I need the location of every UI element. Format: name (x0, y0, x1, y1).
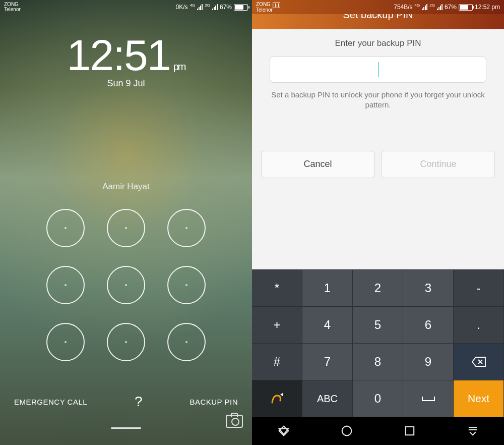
emergency-call-button[interactable]: EMERGENCY CALL (14, 398, 87, 406)
key-1[interactable]: 1 (302, 269, 353, 306)
key-asterisk[interactable]: * (252, 269, 302, 306)
pattern-node[interactable] (167, 266, 206, 304)
lockscreen-clock: 12:51 pm Sun 9 Jul (0, 30, 252, 89)
cancel-button[interactable]: Cancel (261, 151, 374, 178)
pattern-node[interactable] (167, 323, 206, 361)
key-6[interactable]: 6 (403, 306, 454, 343)
status-bar-right: ZONG Telenor 754B/s 4G 2G 67% 12:52 pm (252, 0, 504, 14)
numeric-keypad: * 1 2 3 - + 4 5 6 . # 7 8 9 ABC 0 Next (252, 269, 504, 417)
camera-icon[interactable] (226, 415, 243, 428)
key-period[interactable]: . (454, 306, 504, 343)
carrier-labels: ZONG Telenor (4, 2, 21, 12)
home-indicator[interactable] (111, 427, 141, 429)
network-2-label: 2G (429, 3, 435, 8)
key-3[interactable]: 3 (403, 269, 454, 306)
navigation-bar (252, 417, 504, 445)
pattern-node[interactable] (107, 209, 145, 247)
key-plus[interactable]: + (252, 306, 302, 343)
network-1-label: 4G (190, 3, 196, 8)
continue-button[interactable]: Continue (382, 151, 495, 178)
backup-pin-screen: ZONG Telenor 754B/s 4G 2G 67% 12:52 pm S… (252, 0, 504, 445)
key-9[interactable]: 9 (403, 343, 454, 380)
nav-hide-keyboard-button[interactable] (466, 424, 480, 438)
status-time: 12:52 pm (475, 4, 500, 11)
carrier-labels: ZONG Telenor (256, 2, 280, 13)
hint-text: Set a backup PIN to unlock your phone if… (260, 90, 496, 110)
signal-bars-1-icon (422, 4, 427, 10)
space-icon (421, 395, 436, 402)
signal-bars-2-icon (212, 4, 218, 10)
lockscreen: ZONG Telenor 0K/s 4G 2G 67% 12:51 pm Sun… (0, 0, 252, 445)
key-2[interactable]: 2 (353, 269, 403, 306)
network-2-label: 2G (205, 3, 210, 8)
clock-ampm: pm (173, 61, 185, 73)
clock-time: 12:51 (67, 30, 170, 80)
key-4[interactable]: 4 (302, 306, 353, 343)
key-backspace[interactable] (454, 343, 504, 380)
signal-bars-2-icon (437, 4, 443, 10)
status-bar-left: ZONG Telenor 0K/s 4G 2G 67% (0, 0, 252, 14)
key-hash[interactable]: # (252, 343, 302, 380)
carrier-1: ZONG (256, 2, 271, 7)
nav-recent-button[interactable] (403, 424, 417, 438)
battery-percent: 67% (445, 4, 457, 11)
key-5[interactable]: 5 (353, 306, 403, 343)
key-swype[interactable] (252, 380, 302, 417)
key-8[interactable]: 8 (353, 343, 403, 380)
backspace-icon (471, 356, 486, 367)
data-speed: 754B/s (394, 4, 412, 11)
pattern-unlock-grid[interactable] (35, 199, 217, 371)
clock-date: Sun 9 Jul (0, 78, 252, 89)
data-speed: 0K/s (176, 4, 188, 11)
pattern-node[interactable] (46, 323, 85, 361)
keyboard-indicator-icon (273, 3, 280, 8)
pattern-node[interactable] (46, 266, 85, 304)
help-button[interactable]: ? (135, 394, 143, 410)
pattern-node[interactable] (167, 209, 206, 247)
key-minus[interactable]: - (454, 269, 504, 306)
signal-bars-1-icon (197, 4, 203, 10)
carrier-2: Telenor (256, 8, 280, 13)
network-1-label: 4G (415, 3, 420, 8)
svg-point-0 (342, 426, 351, 436)
nav-home-button[interactable] (340, 424, 354, 438)
key-next[interactable]: Next (454, 380, 504, 417)
key-0[interactable]: 0 (353, 380, 403, 417)
key-7[interactable]: 7 (302, 343, 353, 380)
battery-percent: 67% (220, 4, 232, 11)
prompt-text: Enter your backup PIN (260, 38, 496, 48)
nav-back-button[interactable] (277, 424, 291, 438)
text-cursor (378, 62, 379, 77)
pattern-node[interactable] (107, 266, 145, 304)
backup-pin-button[interactable]: BACKUP PIN (190, 398, 238, 406)
battery-icon (234, 4, 248, 11)
svg-rect-1 (405, 427, 413, 435)
carrier-2: Telenor (4, 7, 21, 12)
pattern-node[interactable] (46, 209, 85, 247)
key-space[interactable] (403, 380, 454, 417)
owner-name: Aamir Hayat (0, 182, 252, 192)
pin-input[interactable] (270, 57, 487, 83)
battery-icon (459, 4, 473, 11)
swype-icon (270, 392, 284, 406)
key-abc[interactable]: ABC (302, 380, 353, 417)
pattern-node[interactable] (107, 323, 145, 361)
